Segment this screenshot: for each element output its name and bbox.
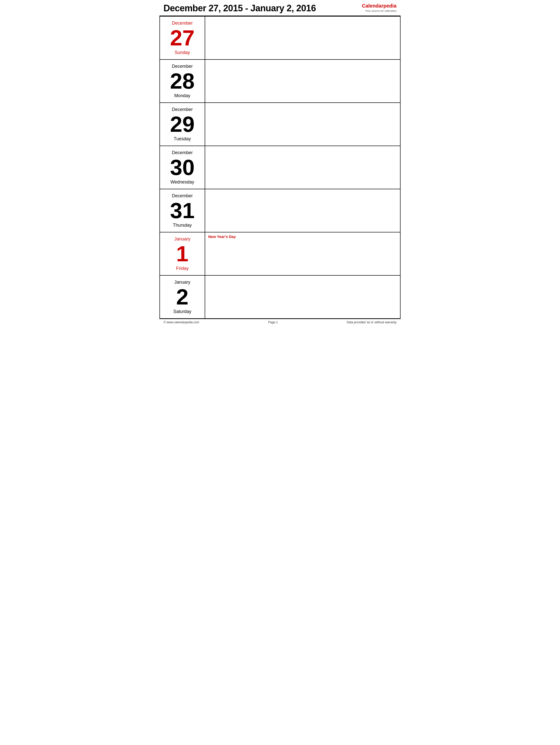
day-number: 28 (170, 70, 195, 92)
day-row: January1FridayNew Year's Day (160, 232, 400, 275)
day-number: 31 (170, 199, 195, 222)
day-content (205, 103, 400, 145)
day-month: December (172, 64, 193, 69)
day-month: January (174, 280, 190, 285)
calendar-grid: December27SundayDecember28MondayDecember… (159, 16, 401, 319)
day-weekday: Saturday (173, 309, 191, 314)
logo-calendar-text: Calendar (362, 3, 383, 8)
day-row: December28Monday (160, 59, 400, 102)
day-content (205, 189, 400, 232)
logo-tagline: Your source for calendars (362, 9, 397, 12)
logo-area: Calendarpedia Your source for calendars (362, 3, 397, 12)
page-header: December 27, 2015 - January 2, 2016 Cale… (159, 0, 401, 16)
day-row: January2Saturday (160, 275, 400, 318)
day-label: December28Monday (160, 60, 205, 102)
page-title: December 27, 2015 - January 2, 2016 (163, 3, 316, 13)
day-content (205, 146, 400, 189)
logo: Calendarpedia (362, 3, 397, 9)
day-number: 2 (176, 286, 189, 308)
footer-disclaimer: Data provided 'as is' without warranty (347, 321, 397, 324)
day-month: December (172, 150, 193, 155)
day-number: 1 (176, 243, 189, 265)
day-label: January2Saturday (160, 276, 205, 318)
holiday-label: New Year's Day (208, 234, 397, 239)
day-row: December31Thursday (160, 189, 400, 232)
day-label: December31Thursday (160, 189, 205, 232)
day-content: New Year's Day (205, 232, 400, 275)
calendar-page: December 27, 2015 - January 2, 2016 Cale… (159, 0, 401, 326)
day-weekday: Thursday (173, 223, 192, 228)
day-weekday: Monday (174, 93, 190, 98)
day-number: 30 (170, 156, 195, 179)
day-weekday: Friday (176, 266, 189, 271)
logo-pedia-text: pedia (383, 3, 397, 8)
day-label: December30Wednesday (160, 146, 205, 189)
day-number: 27 (170, 27, 195, 49)
day-weekday: Tuesday (174, 136, 191, 141)
day-content (205, 276, 400, 318)
day-label: January1Friday (160, 232, 205, 275)
day-content (205, 60, 400, 102)
day-month: December (172, 107, 193, 112)
day-label: December27Sunday (160, 17, 205, 59)
day-label: December29Tuesday (160, 103, 205, 145)
day-weekday: Wednesday (170, 180, 194, 185)
day-month: December (172, 193, 193, 199)
day-month: December (172, 21, 193, 26)
day-weekday: Sunday (175, 50, 190, 55)
day-row: December29Tuesday (160, 102, 400, 145)
footer-copyright: © www.calendarpedia.com (163, 321, 199, 324)
page-footer: © www.calendarpedia.com Page 1 Data prov… (159, 319, 401, 326)
day-row: December27Sunday (160, 16, 400, 59)
day-content (205, 17, 400, 59)
day-month: January (174, 236, 190, 242)
day-row: December30Wednesday (160, 145, 400, 189)
footer-page: Page 1 (268, 321, 278, 324)
day-number: 29 (170, 113, 195, 135)
